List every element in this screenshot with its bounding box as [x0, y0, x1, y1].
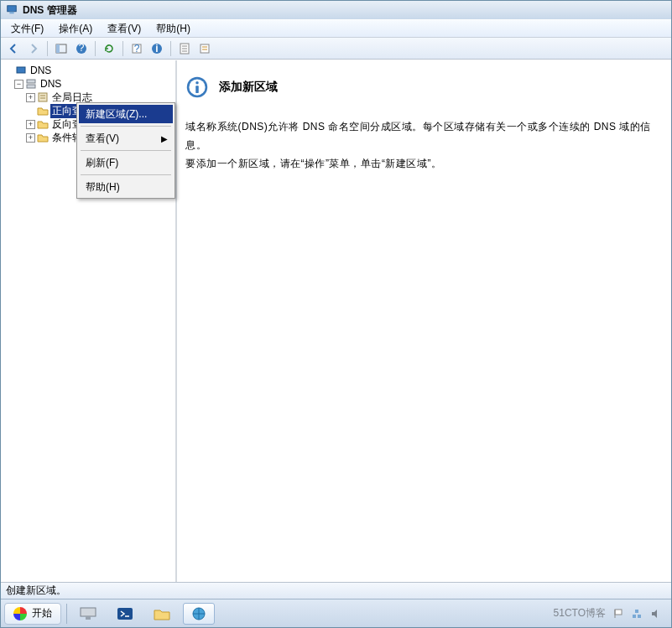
ctx-new-zone[interactable]: 新建区域(Z)...: [79, 105, 173, 123]
main-paragraph-2: 要添加一个新区域，请在“操作”菜单，单击“新建区域”。: [185, 154, 663, 173]
show-hide-tree-button[interactable]: [52, 39, 70, 58]
properties-button[interactable]: [175, 39, 194, 58]
status-text: 创建新区域。: [6, 584, 66, 598]
taskbar-explorer[interactable]: [146, 603, 178, 625]
statusbar: 创建新区域。: [1, 582, 671, 599]
expand-toggle[interactable]: +: [26, 93, 35, 102]
expand-toggle[interactable]: +: [26, 133, 35, 143]
submenu-arrow-icon: ▶: [161, 134, 168, 143]
list-button[interactable]: [195, 39, 214, 58]
nav-forward-button[interactable]: [24, 39, 43, 58]
toolbar: ? ? i: [1, 38, 671, 60]
toolbar-separator: [47, 41, 48, 56]
taskbar-server-manager[interactable]: [72, 603, 104, 625]
ctx-separator: [81, 150, 171, 151]
info-large-icon: [185, 75, 209, 99]
ctx-label: 刷新(F): [86, 156, 118, 170]
svg-rect-17: [17, 67, 25, 73]
svg-rect-14: [201, 44, 209, 53]
folder-icon: [37, 132, 49, 143]
ctx-separator: [81, 126, 171, 127]
tree-panel: DNS − DNS + 全局日志 正向查找区域 + 反向查找区域: [1, 60, 177, 582]
info-button[interactable]: i: [148, 39, 166, 58]
dns-root-icon: [15, 65, 27, 76]
spacer: [26, 106, 35, 116]
svg-text:?: ?: [134, 43, 140, 54]
ctx-label: 帮助(H): [86, 180, 120, 195]
explorer-icon: [153, 606, 171, 621]
start-button[interactable]: 开始: [4, 603, 61, 625]
ctx-help[interactable]: 帮助(H): [79, 178, 173, 196]
folder-icon: [37, 105, 49, 117]
svg-rect-34: [638, 615, 641, 618]
svg-rect-1: [9, 12, 13, 14]
refresh-button[interactable]: [100, 39, 118, 58]
nav-back-button[interactable]: [4, 39, 23, 58]
tree-root-dns[interactable]: DNS: [1, 64, 175, 77]
svg-rect-31: [615, 610, 622, 615]
spacer: [4, 66, 13, 75]
window-title: DNS 管理器: [23, 3, 77, 18]
svg-rect-28: [86, 616, 91, 620]
svg-rect-33: [633, 615, 636, 618]
menu-view[interactable]: 查看(V): [101, 20, 148, 38]
question-icon: ?: [131, 43, 143, 54]
tray-network-icon[interactable]: [631, 608, 643, 620]
taskbar-powershell[interactable]: [109, 603, 141, 625]
toolbar-separator: [170, 41, 171, 56]
expand-toggle[interactable]: +: [26, 120, 35, 129]
svg-point-25: [195, 81, 199, 85]
menu-help[interactable]: 帮助(H): [149, 20, 197, 38]
titlebar: DNS 管理器: [1, 1, 671, 19]
ctx-separator: [81, 174, 171, 175]
tray-sound-icon[interactable]: [649, 608, 661, 620]
log-icon: [37, 91, 49, 103]
collapse-toggle[interactable]: −: [14, 80, 23, 89]
svg-rect-18: [27, 80, 35, 83]
content-area: DNS − DNS + 全局日志 正向查找区域 + 反向查找区域: [1, 60, 671, 582]
taskbar-dns-manager[interactable]: [183, 603, 215, 625]
powershell-icon: [116, 606, 134, 621]
menu-file[interactable]: 文件(F): [4, 20, 50, 38]
toolbar-separator: [95, 41, 96, 56]
menubar: 文件(F) 操作(A) 查看(V) 帮助(H): [1, 19, 671, 38]
folder-icon: [37, 118, 49, 130]
windows-orb-icon: [13, 607, 27, 620]
ctx-view[interactable]: 查看(V)▶: [79, 129, 173, 148]
dns-app-icon: [190, 606, 208, 621]
tree-label: DNS: [29, 65, 53, 76]
svg-text:?: ?: [79, 43, 85, 54]
svg-rect-27: [81, 608, 96, 616]
taskbar-separator: [66, 604, 67, 624]
main-title: 添加新区域: [219, 80, 278, 95]
svg-rect-26: [195, 86, 199, 93]
help-topics-button[interactable]: ?: [128, 39, 146, 58]
tree-label: DNS: [39, 78, 63, 90]
start-label: 开始: [32, 606, 52, 620]
server-icon: [25, 78, 37, 90]
watermark-text: 51CTO博客: [554, 606, 606, 620]
svg-rect-20: [39, 93, 47, 101]
dns-manager-window: DNS 管理器 文件(F) 操作(A) 查看(V) 帮助(H) ? ? i DN…: [0, 0, 672, 628]
ctx-label: 查看(V): [86, 132, 119, 146]
ctx-refresh[interactable]: 刷新(F): [79, 153, 173, 172]
tree-server[interactable]: − DNS: [1, 77, 175, 91]
arrow-right-icon: [28, 43, 39, 54]
dns-icon: [6, 4, 18, 16]
toolbar-separator: [122, 41, 123, 56]
properties-icon: [179, 43, 190, 54]
svg-text:i: i: [155, 43, 158, 54]
help-button[interactable]: ?: [72, 39, 91, 58]
server-manager-icon: [79, 606, 97, 621]
ctx-label: 新建区域(Z)...: [86, 107, 147, 122]
tray-flag-icon[interactable]: [612, 608, 624, 620]
main-paragraph-1: 域名称系统(DNS)允许将 DNS 命名空间分成区域。每个区域存储有关一个或多个…: [185, 117, 663, 154]
main-panel: 添加新区域 域名称系统(DNS)允许将 DNS 命名空间分成区域。每个区域存储有…: [177, 60, 671, 582]
arrow-left-icon: [8, 43, 19, 54]
info-icon: i: [151, 43, 163, 54]
svg-rect-0: [8, 6, 17, 12]
svg-rect-35: [635, 610, 638, 613]
taskbar: 开始 51CTO博客: [1, 599, 671, 627]
menu-action[interactable]: 操作(A): [52, 20, 99, 38]
help-icon: ?: [76, 43, 87, 54]
